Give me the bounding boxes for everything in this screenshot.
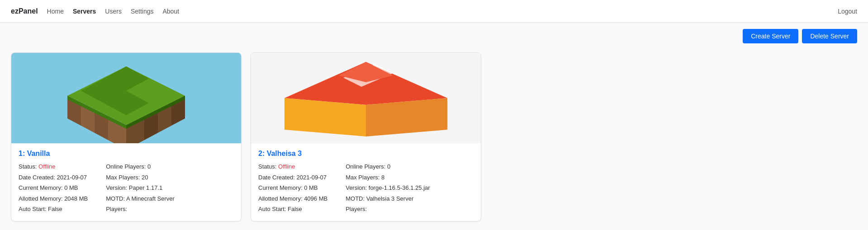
nav-left: ezPanel Home Servers Users Settings Abou… <box>11 7 179 15</box>
server-image <box>251 53 481 143</box>
nav-settings[interactable]: Settings <box>131 8 154 15</box>
status-row: Status: Offline <box>258 162 327 171</box>
server-title[interactable]: 2: Valheisa 3 <box>258 150 474 158</box>
auto-start-row: Auto Start: False <box>19 205 88 214</box>
card-info: Status: Offline Date Created: 2021-09-07… <box>19 162 234 214</box>
status-value: Offline <box>278 163 295 170</box>
server-image <box>11 53 241 143</box>
server-cards-container: 1: Vanilla Status: Offline Date Created:… <box>0 48 868 230</box>
current-memory-row: Current Memory: 0 MB <box>258 183 327 192</box>
status-value: Offline <box>38 163 55 170</box>
players-row: Players: <box>106 205 175 214</box>
nav-users[interactable]: Users <box>105 8 122 15</box>
motd-row: MOTD: A Minecraft Server <box>106 194 175 203</box>
info-col-left: Status: Offline Date Created: 2021-09-07… <box>19 162 88 214</box>
motd-row: MOTD: Valhelsia 3 Server <box>346 194 430 203</box>
server-card: 1: Vanilla Status: Offline Date Created:… <box>11 52 242 221</box>
online-players-row: Online Players: 0 <box>106 162 175 171</box>
status-row: Status: Offline <box>19 162 88 171</box>
max-players-row: Max Players: 8 <box>346 173 430 182</box>
server-title[interactable]: 1: Vanilla <box>19 150 234 158</box>
server-card: 2: Valheisa 3 Status: Offline Date Creat… <box>251 52 481 221</box>
info-col-right: Online Players: 0 Max Players: 20 Versio… <box>106 162 175 214</box>
create-server-button[interactable]: Create Server <box>743 29 798 43</box>
version-row: Version: Paper 1.17.1 <box>106 183 175 192</box>
info-col-left: Status: Offline Date Created: 2021-09-07… <box>258 162 327 214</box>
card-body: 1: Vanilla Status: Offline Date Created:… <box>11 143 241 221</box>
card-info: Status: Offline Date Created: 2021-09-07… <box>258 162 474 214</box>
info-col-right: Online Players: 0 Max Players: 8 Version… <box>346 162 430 214</box>
players-row: Players: <box>346 205 430 214</box>
nav-about[interactable]: About <box>163 8 180 15</box>
svg-marker-18 <box>285 98 366 136</box>
current-memory-row: Current Memory: 0 MB <box>19 183 88 192</box>
online-players-row: Online Players: 0 <box>346 162 430 171</box>
card-body: 2: Valheisa 3 Status: Offline Date Creat… <box>251 143 481 221</box>
nav-logout[interactable]: Logout <box>838 8 857 15</box>
max-players-row: Max Players: 20 <box>106 173 175 182</box>
svg-marker-19 <box>366 98 447 136</box>
date-created-row: Date Created: 2021-09-07 <box>19 173 88 182</box>
allotted-memory-row: Allotted Memory: 2048 MB <box>19 194 88 203</box>
allotted-memory-row: Allotted Memory: 4096 MB <box>258 194 327 203</box>
nav-brand: ezPanel <box>11 7 38 15</box>
nav-home[interactable]: Home <box>47 8 64 15</box>
nav-servers[interactable]: Servers <box>73 8 96 15</box>
delete-server-button[interactable]: Delete Server <box>802 29 857 43</box>
version-row: Version: forge-1.16.5-36.1.25.jar <box>346 183 430 192</box>
toolbar: Create Server Delete Server <box>0 23 868 48</box>
auto-start-row: Auto Start: False <box>258 205 327 214</box>
navbar: ezPanel Home Servers Users Settings Abou… <box>0 0 868 23</box>
date-created-row: Date Created: 2021-09-07 <box>258 173 327 182</box>
